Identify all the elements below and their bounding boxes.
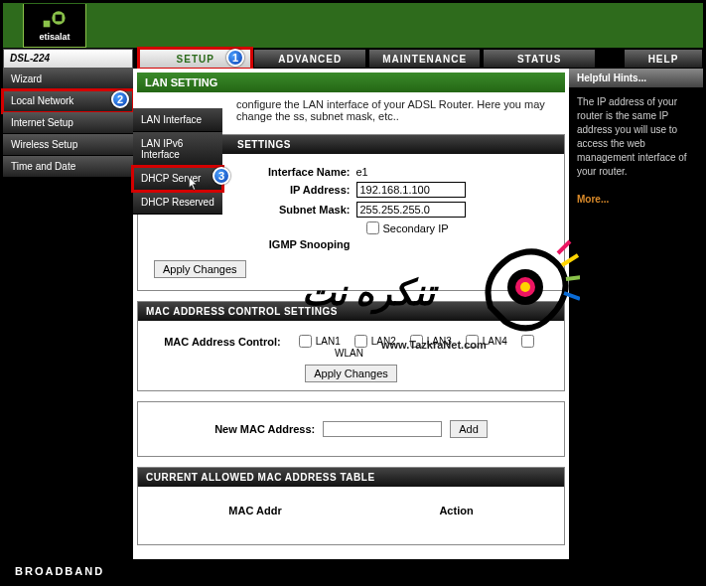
cursor-icon — [189, 177, 199, 191]
main-tabs: SETUP 1 ADVANCED MAINTENANCE STATUS HELP — [133, 49, 703, 69]
nav-row: DSL-224 SETUP 1 ADVANCED MAINTENANCE STA… — [3, 49, 703, 69]
footer-bar: BROADBAND — [3, 559, 703, 583]
help-more-link[interactable]: More... — [577, 194, 609, 205]
new-mac-input[interactable] — [323, 421, 442, 437]
submenu-dhcp-server[interactable]: DHCP Server 3 — [133, 167, 222, 191]
help-text: The IP address of your router is the sam… — [577, 96, 687, 177]
tab-help[interactable]: HELP — [624, 49, 703, 69]
apply-changes-settings-button[interactable]: Apply Changes — [154, 260, 246, 278]
badge-2: 2 — [111, 90, 129, 108]
mac-table-panel: CURRENT ALLOWED MAC ADDRESS TABLE MAC Ad… — [137, 467, 565, 545]
help-body: The IP address of your router is the sam… — [569, 87, 703, 220]
mac-lan2-label: LAN2 — [371, 336, 396, 347]
brand-logo: etisalat — [23, 4, 86, 48]
svg-rect-0 — [44, 20, 51, 27]
apply-changes-mac-button[interactable]: Apply Changes — [305, 365, 397, 382]
help-sidebar: Helpful Hints... The IP address of your … — [569, 69, 703, 559]
submenu-dhcp-reserved[interactable]: DHCP Reserved — [133, 191, 222, 215]
badge-3: 3 — [212, 167, 230, 185]
mac-lan3-checkbox[interactable] — [410, 335, 423, 348]
help-title: Helpful Hints... — [569, 69, 703, 87]
section-title: LAN SETTING — [137, 73, 565, 92]
submenu-lan-interface[interactable]: LAN Interface — [133, 108, 222, 132]
etisalat-logo-icon — [41, 10, 69, 30]
brand-name-text: etisalat — [39, 32, 70, 42]
mac-table-col-action: Action — [439, 505, 473, 516]
mac-lan4-checkbox[interactable] — [466, 335, 479, 348]
sidebar-item-local-network[interactable]: Local Network 2 — [3, 90, 133, 112]
secondary-ip-label: Secondary IP — [383, 222, 449, 234]
mac-control-label: MAC Address Control: — [164, 336, 281, 348]
mac-control-panel: MAC ADDRESS CONTROL SETTINGS MAC Address… — [137, 301, 565, 391]
igmp-snooping-label: IGMP Snooping — [198, 238, 356, 250]
section-desc-text: configure the LAN interface of your ADSL… — [236, 98, 545, 122]
mac-wlan-checkbox[interactable] — [521, 335, 534, 348]
new-mac-label: New MAC Address: — [214, 423, 315, 435]
secondary-ip-checkbox[interactable] — [366, 221, 379, 234]
submenu-local-network: LAN Interface LAN IPv6 Interface DHCP Se… — [133, 108, 222, 215]
tab-setup[interactable]: SETUP 1 — [139, 49, 251, 69]
mac-lan1-label: LAN1 — [316, 336, 341, 347]
mac-table-col-addr: MAC Addr — [228, 505, 281, 516]
svg-rect-2 — [56, 14, 63, 21]
ip-address-input[interactable] — [356, 182, 466, 198]
tab-status[interactable]: STATUS — [483, 49, 595, 69]
mac-control-panel-title: MAC ADDRESS CONTROL SETTINGS — [138, 302, 564, 321]
mac-lan2-checkbox[interactable] — [354, 335, 367, 348]
sidebar: Wizard Local Network 2 Internet Setup Wi… — [3, 69, 133, 559]
mac-lan1-checkbox[interactable] — [299, 335, 312, 348]
sidebar-item-wireless-setup[interactable]: Wireless Setup — [3, 134, 133, 156]
subnet-mask-input[interactable] — [356, 202, 466, 218]
sidebar-item-internet-setup[interactable]: Internet Setup — [3, 112, 133, 134]
mac-lan4-label: LAN4 — [483, 336, 507, 347]
tab-maintenance[interactable]: MAINTENANCE — [368, 49, 481, 69]
model-label: DSL-224 — [3, 49, 133, 69]
tab-advanced[interactable]: ADVANCED — [253, 49, 365, 69]
submenu-lan-ipv6-interface[interactable]: LAN IPv6 Interface — [133, 132, 222, 167]
add-mac-button[interactable]: Add — [450, 420, 488, 438]
mac-lan3-label: LAN3 — [427, 336, 452, 347]
tab-setup-label: SETUP — [177, 54, 214, 65]
mac-control-row: MAC Address Control: LAN1 LAN2 LAN3 LAN4… — [150, 335, 552, 359]
mac-wlan-label: WLAN — [335, 348, 363, 359]
sidebar-item-wizard[interactable]: Wizard — [3, 69, 133, 90]
content-area: Wizard Local Network 2 Internet Setup Wi… — [3, 69, 703, 559]
sidebar-item-time-date[interactable]: Time and Date — [3, 156, 133, 178]
mac-table-header: MAC Addr Action — [150, 495, 552, 536]
badge-1: 1 — [226, 49, 244, 67]
sidebar-item-label: Local Network — [11, 95, 73, 106]
mac-table-title: CURRENT ALLOWED MAC ADDRESS TABLE — [138, 468, 564, 487]
top-header: etisalat — [3, 3, 703, 49]
interface-name-value: e1 — [356, 166, 505, 178]
router-admin-window: etisalat DSL-224 SETUP 1 ADVANCED MAINTE… — [0, 0, 706, 586]
new-mac-panel: New MAC Address: Add — [137, 401, 565, 457]
